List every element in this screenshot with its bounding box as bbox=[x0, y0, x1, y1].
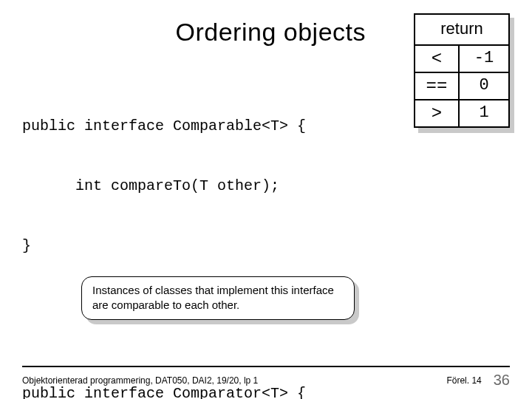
note-box-1: Instances of classes that implement this… bbox=[81, 276, 355, 320]
page-number: 36 bbox=[494, 372, 510, 389]
footer: Objektorienterad programmering, DAT050, … bbox=[22, 366, 510, 389]
code-line: } bbox=[22, 236, 510, 256]
op-cell: > bbox=[415, 100, 460, 126]
val-cell: -1 bbox=[460, 46, 508, 72]
footer-left: Objektorienterad programmering, DAT050, … bbox=[22, 375, 258, 386]
val-cell: 1 bbox=[460, 100, 508, 126]
val-cell: 0 bbox=[460, 73, 508, 99]
slide-title: Ordering objects bbox=[22, 18, 366, 47]
op-cell: == bbox=[415, 73, 460, 99]
slide: Ordering objects return < -1 == 0 > 1 pu… bbox=[0, 0, 532, 399]
note-text: Instances of classes that implement this… bbox=[81, 276, 355, 320]
footer-lecture: Förel. 14 bbox=[446, 375, 481, 386]
table-body: return < -1 == 0 > 1 bbox=[414, 13, 510, 128]
table-header: return bbox=[415, 15, 508, 46]
table-row: == 0 bbox=[415, 73, 508, 100]
return-table: return < -1 == 0 > 1 bbox=[414, 13, 510, 128]
table-row: > 1 bbox=[415, 100, 508, 126]
op-cell: < bbox=[415, 46, 460, 72]
footer-right: Förel. 14 36 bbox=[446, 372, 510, 389]
code-line: int compareTo(T other); bbox=[22, 176, 510, 196]
table-row: < -1 bbox=[415, 46, 508, 73]
